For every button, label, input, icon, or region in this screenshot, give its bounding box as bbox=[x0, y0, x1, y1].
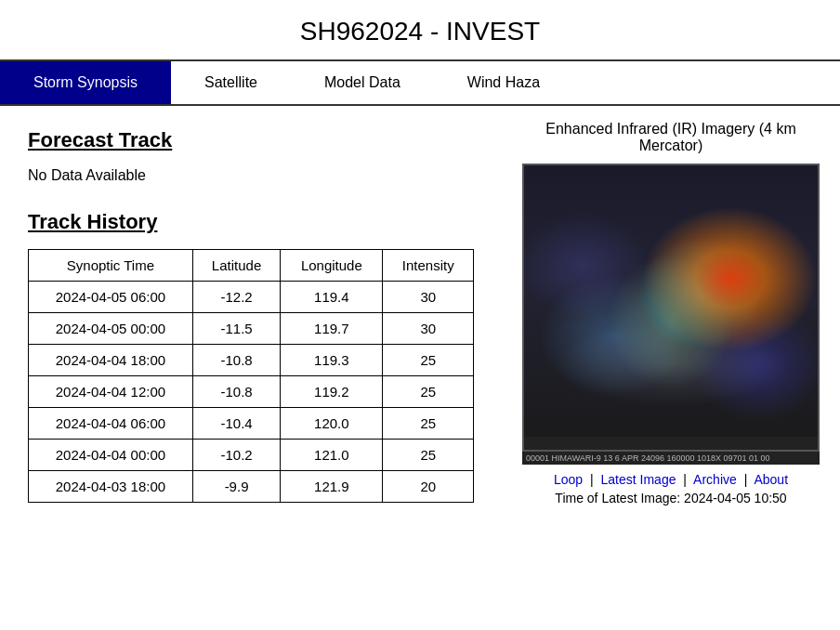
cell-lat: -10.8 bbox=[192, 376, 280, 408]
cell-lon: 119.7 bbox=[281, 313, 383, 345]
tab-wind-haza[interactable]: Wind Haza bbox=[434, 61, 573, 104]
table-row: 2024-04-04 00:00-10.2121.025 bbox=[29, 440, 474, 471]
cell-lat: -10.8 bbox=[192, 345, 280, 376]
loop-link[interactable]: Loop bbox=[554, 472, 583, 487]
table-row: 2024-04-04 12:00-10.8119.225 bbox=[29, 376, 474, 408]
cell-lon: 121.9 bbox=[281, 471, 383, 503]
satellite-image bbox=[524, 165, 818, 450]
col-synoptic-time: Synoptic Time bbox=[29, 250, 193, 282]
right-panel: Enhanced Infrared (IR) Imagery (4 km Mer… bbox=[502, 106, 840, 525]
imagery-links: Loop | Latest Image | Archive | About bbox=[554, 472, 788, 487]
cell-intensity: 20 bbox=[383, 471, 474, 503]
cell-lon: 119.3 bbox=[281, 345, 383, 376]
table-row: 2024-04-05 00:00-11.5119.730 bbox=[29, 313, 474, 345]
cell-lon: 121.0 bbox=[281, 440, 383, 471]
cell-time: 2024-04-04 12:00 bbox=[29, 376, 193, 408]
cell-intensity: 30 bbox=[383, 313, 474, 345]
image-caption-bar: 00001 HIMAWARI-9 13 6 APR 24096 160000 1… bbox=[522, 452, 820, 465]
latest-image-link[interactable]: Latest Image bbox=[601, 472, 676, 487]
table-row: 2024-04-03 18:00-9.9121.920 bbox=[29, 471, 474, 503]
about-link[interactable]: About bbox=[754, 472, 788, 487]
cell-lat: -10.4 bbox=[192, 408, 280, 440]
content-area: Forecast Track No Data Available Track H… bbox=[0, 106, 840, 525]
tab-storm-synopsis[interactable]: Storm Synopsis bbox=[0, 61, 171, 104]
cell-lat: -12.2 bbox=[192, 282, 280, 313]
cell-lon: 120.0 bbox=[281, 408, 383, 440]
table-row: 2024-04-05 06:00-12.2119.430 bbox=[29, 282, 474, 313]
cell-lon: 119.4 bbox=[281, 282, 383, 313]
sep1: | bbox=[590, 472, 594, 487]
col-intensity: Intensity bbox=[383, 250, 474, 282]
table-row: 2024-04-04 06:00-10.4120.025 bbox=[29, 408, 474, 440]
imagery-title: Enhanced Infrared (IR) Imagery (4 km Mer… bbox=[520, 121, 821, 154]
sep3: | bbox=[744, 472, 748, 487]
track-history-title: Track History bbox=[28, 210, 474, 234]
cell-intensity: 25 bbox=[383, 440, 474, 471]
col-latitude: Latitude bbox=[192, 250, 280, 282]
satellite-image-box bbox=[522, 164, 820, 452]
cell-lat: -9.9 bbox=[192, 471, 280, 503]
table-row: 2024-04-04 18:00-10.8119.325 bbox=[29, 345, 474, 376]
col-longitude: Longitude bbox=[281, 250, 383, 282]
cell-lon: 119.2 bbox=[281, 376, 383, 408]
cell-intensity: 30 bbox=[383, 282, 474, 313]
cell-time: 2024-04-05 00:00 bbox=[29, 313, 193, 345]
tab-bar: Storm Synopsis Satellite Model Data Wind… bbox=[0, 61, 840, 106]
page-title: SH962024 - INVEST bbox=[0, 0, 840, 61]
sep2: | bbox=[683, 472, 687, 487]
cell-intensity: 25 bbox=[383, 408, 474, 440]
cell-lat: -11.5 bbox=[192, 313, 280, 345]
forecast-track-title: Forecast Track bbox=[28, 128, 474, 152]
left-panel: Forecast Track No Data Available Track H… bbox=[0, 106, 502, 525]
cell-time: 2024-04-04 06:00 bbox=[29, 408, 193, 440]
no-data-label: No Data Available bbox=[28, 167, 474, 184]
cell-time: 2024-04-04 00:00 bbox=[29, 440, 193, 471]
cell-intensity: 25 bbox=[383, 376, 474, 408]
tab-model-data[interactable]: Model Data bbox=[291, 61, 434, 104]
cell-lat: -10.2 bbox=[192, 440, 280, 471]
track-history-table: Synoptic Time Latitude Longitude Intensi… bbox=[28, 249, 474, 503]
archive-link[interactable]: Archive bbox=[693, 472, 737, 487]
cell-intensity: 25 bbox=[383, 345, 474, 376]
tab-satellite[interactable]: Satellite bbox=[171, 61, 291, 104]
latest-image-time: Time of Latest Image: 2024-04-05 10:50 bbox=[555, 491, 786, 505]
cell-time: 2024-04-03 18:00 bbox=[29, 471, 193, 503]
cell-time: 2024-04-04 18:00 bbox=[29, 345, 193, 376]
cell-time: 2024-04-05 06:00 bbox=[29, 282, 193, 313]
